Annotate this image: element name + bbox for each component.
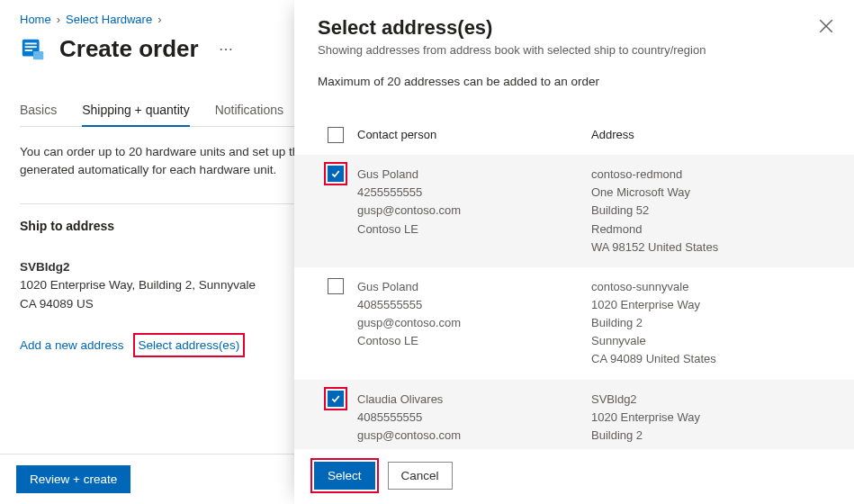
tab-basics[interactable]: Basics xyxy=(20,95,57,126)
select-all-cell xyxy=(314,127,357,143)
contact-cell: Claudia Olivares 4085555555 gusp@contoso… xyxy=(357,391,591,449)
address-table: Contact person Address Gus Poland 425555… xyxy=(294,115,854,449)
select-addresses-panel: Select address(es) Showing addresses fro… xyxy=(294,0,854,504)
breadcrumb-select-hardware[interactable]: Select Hardware xyxy=(66,13,152,26)
select-addresses-link[interactable]: Select address(es) xyxy=(139,338,240,352)
table-header: Contact person Address xyxy=(294,115,854,155)
contact-cell: Gus Poland 4255555555 gusp@contoso.com C… xyxy=(357,166,591,238)
order-icon xyxy=(20,36,47,63)
row-checkbox[interactable] xyxy=(328,278,344,294)
table-row[interactable]: Gus Poland 4085555555 gusp@contoso.com C… xyxy=(294,267,854,380)
column-header-contact: Contact person xyxy=(357,126,591,144)
breadcrumb-home[interactable]: Home xyxy=(20,13,51,26)
select-all-checkbox[interactable] xyxy=(328,127,344,143)
more-icon[interactable]: ⋯ xyxy=(211,40,240,58)
panel-subtitle: Showing addresses from address book with… xyxy=(318,43,831,57)
chevron-right-icon: › xyxy=(57,13,60,26)
tab-shipping-quantity[interactable]: Shipping + quantity xyxy=(82,95,189,126)
svg-rect-2 xyxy=(25,46,37,48)
row-checkbox[interactable] xyxy=(328,391,344,407)
page-title: Create order xyxy=(59,35,199,63)
svg-rect-3 xyxy=(25,50,32,51)
svg-rect-1 xyxy=(25,42,37,44)
column-header-address: Address xyxy=(591,126,834,144)
panel-title: Select address(es) xyxy=(318,16,831,40)
svg-rect-4 xyxy=(33,50,43,58)
table-row[interactable]: Gus Poland 4255555555 gusp@contoso.com C… xyxy=(294,155,854,267)
select-button[interactable]: Select xyxy=(314,462,375,490)
add-address-link[interactable]: Add a new address xyxy=(20,338,124,352)
panel-header: Select address(es) Showing addresses fro… xyxy=(294,0,854,94)
address-cell: contoso-sunnyvale 1020 Enterprise Way Bu… xyxy=(591,278,834,369)
panel-footer: Select Cancel xyxy=(294,449,854,504)
chevron-right-icon: › xyxy=(157,13,161,26)
table-row[interactable]: Claudia Olivares 4085555555 gusp@contoso… xyxy=(294,380,854,449)
row-checkbox[interactable] xyxy=(328,166,344,182)
contact-cell: Gus Poland 4085555555 gusp@contoso.com C… xyxy=(357,278,591,351)
panel-note: Maximum of 20 addresses can be added to … xyxy=(318,75,831,88)
cancel-button[interactable]: Cancel xyxy=(388,462,453,490)
address-cell: SVBldg2 1020 Enterprise Way Building 2 S… xyxy=(591,391,834,449)
address-cell: contoso-redmond One Microsoft Way Buildi… xyxy=(591,166,834,256)
tab-notifications[interactable]: Notifications xyxy=(215,95,283,126)
review-create-button[interactable]: Review + create xyxy=(16,465,130,493)
close-icon[interactable] xyxy=(818,18,834,34)
